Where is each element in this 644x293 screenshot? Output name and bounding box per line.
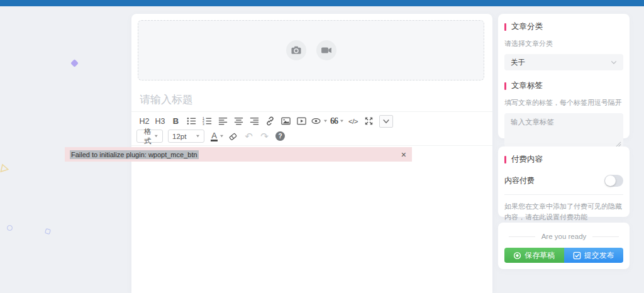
upload-photo-button[interactable] [286, 40, 306, 60]
align-right-button[interactable] [247, 114, 262, 128]
format-select-value: 格式 [141, 127, 154, 146]
divider [592, 236, 619, 237]
paid-switch-label: 内容付费 [504, 175, 535, 186]
eye-icon [311, 116, 321, 126]
tags-input[interactable] [504, 113, 623, 147]
redo-icon: ↷ [260, 131, 269, 142]
help-icon: ? [275, 131, 285, 141]
help-button[interactable]: ? [272, 130, 288, 143]
cover-upload-dropzone[interactable] [138, 20, 484, 80]
undo-button[interactable]: ↶ [241, 130, 257, 143]
tags-section-header: 文章标签 [504, 80, 623, 91]
ready-text: Are you ready [541, 233, 587, 240]
fullscreen-icon [364, 116, 374, 126]
circle-decoration [7, 225, 13, 231]
divider [504, 194, 623, 195]
link-icon [265, 116, 275, 126]
font-size-value: 12pt [172, 133, 186, 140]
video-camera-icon [320, 44, 333, 57]
toolbar-more-button[interactable] [379, 115, 393, 128]
paid-content-card: 付费内容 内容付费 如果您在文章中添加了付费可见的隐藏内容，请在此设置付费功能 [498, 146, 630, 217]
category-hint: 请选择文章分类 [504, 38, 623, 49]
accent-bar [504, 23, 506, 31]
ready-row: Are you ready [504, 233, 623, 240]
chevron-down-icon [340, 119, 344, 123]
accent-bar [504, 156, 506, 163]
chevron-down-icon [382, 119, 390, 124]
paid-hint: 如果您在文章中添加了付费可见的隐藏内容，请在此设置付费功能 [504, 201, 623, 223]
paid-title: 付费内容 [511, 154, 543, 165]
image-button[interactable] [278, 114, 294, 128]
link-button[interactable] [262, 114, 278, 128]
text-color-button[interactable]: A [209, 130, 225, 143]
blockquote-button[interactable]: 66 [329, 114, 345, 128]
save-draft-button[interactable]: 保存草稿 [504, 248, 564, 263]
media-button[interactable] [294, 114, 309, 128]
align-right-icon [249, 116, 260, 126]
close-icon[interactable]: × [401, 150, 406, 159]
tags-hint: 填写文章的标签，每个标签用逗号隔开 [504, 97, 623, 108]
media-embed-icon [296, 116, 307, 126]
chevron-down-icon [323, 119, 328, 123]
quote-icon: 66 [330, 116, 338, 126]
triangle-decoration [0, 162, 9, 173]
divider [509, 236, 535, 237]
chevron-down-icon [196, 135, 200, 138]
tags-title: 文章标签 [511, 80, 543, 91]
notice-text: Failed to initialize plugin: wpopt_mce_b… [70, 150, 199, 159]
bullet-list-icon [186, 116, 197, 126]
clear-format-button[interactable] [225, 130, 241, 143]
align-center-icon [233, 116, 244, 126]
chevron-down-icon [154, 135, 158, 138]
submit-publish-label: 提交发布 [584, 250, 614, 261]
category-title: 文章分类 [511, 21, 543, 32]
category-section-header: 文章分类 [504, 21, 623, 32]
top-navbar [0, 0, 644, 6]
text-color-icon: A [211, 131, 218, 141]
diamond-decoration [70, 59, 79, 67]
image-icon [280, 116, 291, 126]
category-select-value: 关于 [511, 58, 525, 67]
redo-button[interactable]: ↷ [257, 130, 272, 143]
chevron-down-icon [219, 135, 224, 138]
bullet-list-button[interactable] [184, 114, 199, 128]
h3-button[interactable]: H3 [152, 114, 168, 128]
code-button[interactable]: </> [345, 114, 361, 128]
category-select[interactable]: 关于 [504, 54, 623, 70]
editor-toolbar: H2 H3 B 123 [131, 111, 492, 146]
align-left-button[interactable] [215, 114, 231, 128]
paid-toggle[interactable] [604, 175, 623, 187]
square-decoration [45, 228, 51, 235]
svg-text:3: 3 [203, 122, 204, 126]
toggle-knob [605, 175, 616, 186]
check-square-icon [573, 252, 581, 260]
save-record-icon [513, 252, 521, 260]
undo-icon: ↶ [245, 131, 253, 142]
bold-button[interactable]: B [168, 114, 184, 128]
h2-button[interactable]: H2 [136, 114, 152, 128]
publish-card: Are you ready 保存草稿 提交发布 [498, 223, 630, 269]
numbered-list-button[interactable]: 123 [199, 114, 215, 128]
chevron-down-icon [611, 60, 617, 65]
submit-publish-button[interactable]: 提交发布 [564, 248, 624, 263]
format-select[interactable]: 格式 [136, 130, 163, 143]
paid-section-header: 付费内容 [504, 154, 623, 165]
upload-video-button[interactable] [316, 40, 336, 60]
fullscreen-button[interactable] [361, 114, 377, 128]
accent-bar [504, 82, 506, 90]
camera-icon [290, 44, 303, 57]
font-size-select[interactable]: 12pt [168, 130, 204, 143]
editor-content-area[interactable] [131, 144, 492, 293]
save-draft-label: 保存草稿 [525, 250, 555, 261]
title-input[interactable] [140, 91, 482, 109]
page: H2 H3 B 123 [0, 0, 644, 293]
align-left-icon [218, 116, 228, 126]
plugin-error-notice: Failed to initialize plugin: wpopt_mce_b… [65, 147, 412, 162]
eraser-icon [228, 131, 238, 141]
numbered-list-icon: 123 [202, 116, 213, 126]
align-center-button[interactable] [231, 114, 247, 128]
preview-button[interactable] [309, 114, 329, 128]
category-tags-card: 文章分类 请选择文章分类 关于 文章标签 填写文章的标签，每个标签用逗号隔开 [498, 14, 630, 138]
